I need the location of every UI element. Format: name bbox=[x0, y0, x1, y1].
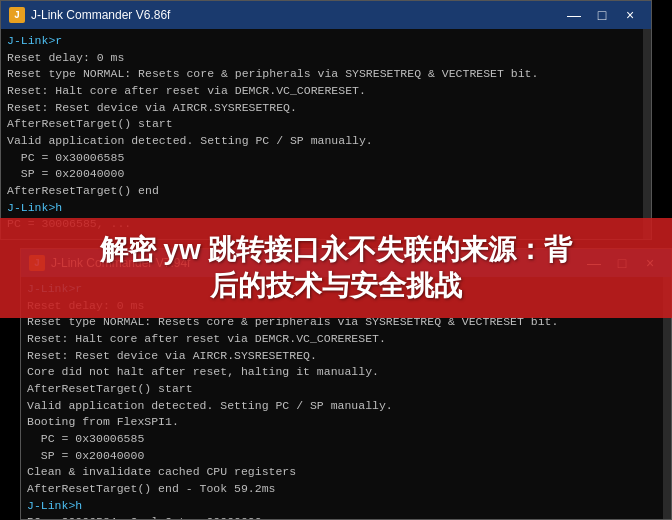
terminal-line: PC = 30006584, CycleCnt = 00000000 bbox=[27, 514, 657, 519]
terminal-line: J-Link>r bbox=[7, 33, 637, 50]
terminal-line: Reset delay: 0 ms bbox=[7, 50, 637, 67]
terminal-line: Reset: Reset device via AIRCR.SYSRESETRE… bbox=[7, 100, 637, 117]
terminal-line: PC = 0x30006585 bbox=[7, 150, 637, 167]
main-window: J J-Link Commander V6.86f — □ × J-Link>r… bbox=[0, 0, 672, 520]
terminal-line: Core did not halt after reset, halting i… bbox=[27, 364, 657, 381]
terminal-line: SP = 0x20040000 bbox=[7, 166, 637, 183]
terminal-line: Clean & invalidate cached CPU registers bbox=[27, 464, 657, 481]
terminal-line: Reset: Reset device via AIRCR.SYSRESETRE… bbox=[27, 348, 657, 365]
terminal-line: Reset type NORMAL: Resets core & periphe… bbox=[7, 66, 637, 83]
terminal-line: J-Link>h bbox=[27, 498, 657, 515]
terminal-line: J-Link>h bbox=[7, 200, 637, 217]
terminal-line: AfterResetTarget() end - Took 59.2ms bbox=[27, 481, 657, 498]
top-window-title: J-Link Commander V6.86f bbox=[31, 8, 170, 22]
terminal-line: AfterResetTarget() start bbox=[7, 116, 637, 133]
overlay-banner: 解密 yw 跳转接口永不失联的来源：背后的技术与安全挑战 bbox=[0, 218, 672, 318]
terminal-line: Valid application detected. Setting PC /… bbox=[27, 398, 657, 415]
top-scrollbar[interactable] bbox=[643, 29, 651, 239]
terminal-line: Reset: Halt core after reset via DEMCR.V… bbox=[7, 83, 637, 100]
overlay-text: 解密 yw 跳转接口永不失联的来源：背后的技术与安全挑战 bbox=[100, 232, 573, 305]
top-close-button[interactable]: × bbox=[617, 5, 643, 25]
top-minimize-button[interactable]: — bbox=[561, 5, 587, 25]
top-maximize-button[interactable]: □ bbox=[589, 5, 615, 25]
terminal-line: Valid application detected. Setting PC /… bbox=[7, 133, 637, 150]
top-terminal-window: J J-Link Commander V6.86f — □ × J-Link>r… bbox=[0, 0, 652, 240]
top-window-controls: — □ × bbox=[561, 5, 643, 25]
terminal-line: Reset: Halt core after reset via DEMCR.V… bbox=[27, 331, 657, 348]
terminal-line: SP = 0x20040000 bbox=[27, 448, 657, 465]
top-terminal-output[interactable]: J-Link>rReset delay: 0 msReset type NORM… bbox=[1, 29, 643, 239]
top-terminal-area: J-Link>rReset delay: 0 msReset type NORM… bbox=[1, 29, 651, 239]
top-titlebar-left: J J-Link Commander V6.86f bbox=[9, 7, 170, 23]
terminal-line: Booting from FlexSPI1. bbox=[27, 414, 657, 431]
terminal-line: AfterResetTarget() end bbox=[7, 183, 637, 200]
terminal-line: AfterResetTarget() start bbox=[27, 381, 657, 398]
top-titlebar: J J-Link Commander V6.86f — □ × bbox=[1, 1, 651, 29]
top-app-icon: J bbox=[9, 7, 25, 23]
terminal-line: PC = 0x30006585 bbox=[27, 431, 657, 448]
